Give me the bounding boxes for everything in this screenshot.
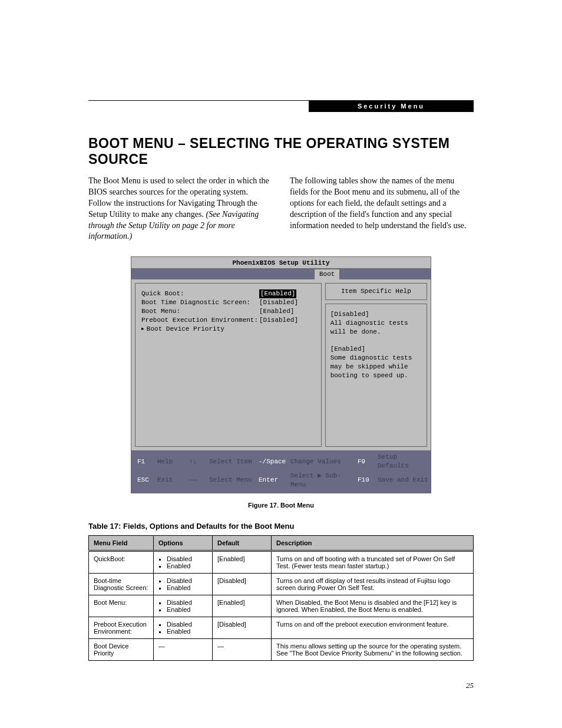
cell-default: [Disabled] <box>213 617 272 638</box>
cell-menu-field: Preboot Execution Environment: <box>89 617 154 638</box>
hotkey-f1: F1 <box>137 457 155 466</box>
th-default: Default <box>213 535 272 551</box>
hotkey-f1-label: Help <box>157 457 187 466</box>
cell-options: DisabledEnabled <box>154 551 213 573</box>
fields-table: Menu Field Options Default Description Q… <box>88 535 474 661</box>
hotkey-minus-label: Change Values <box>290 457 355 466</box>
hotkey-f9-label: Setup Defaults <box>378 453 431 470</box>
option-item: Disabled <box>167 577 207 584</box>
bios-help-enabled-head: [Enabled] <box>330 345 422 354</box>
option-item: Enabled <box>167 606 207 613</box>
th-description: Description <box>272 535 474 551</box>
table-row: Boot Device Priority——This menu allows s… <box>89 638 474 660</box>
bios-screenshot: PhoenixBIOS Setup Utility Boot Quick Boo… <box>131 256 431 493</box>
hotkey-esc: ESC <box>137 476 155 485</box>
page-title: BOOT MENU – SELECTING THE OPERATING SYST… <box>88 136 474 167</box>
hotkey-f10: F10 <box>358 476 375 485</box>
bios-row-value: [Enabled] <box>259 307 294 316</box>
option-item: Disabled <box>167 555 207 562</box>
table-row: QuickBoot:DisabledEnabled[Enabled]Turns … <box>89 551 474 573</box>
cell-menu-field: Boot Menu: <box>89 595 154 617</box>
intro-right: The following tables show the names of t… <box>290 176 474 242</box>
bios-menu-row: Boot <box>131 269 431 279</box>
option-item: Enabled <box>167 584 207 591</box>
table-row: Boot-time Diagnostic Screen:DisabledEnab… <box>89 573 474 595</box>
figure-caption: Figure 17. Boot Menu <box>88 502 474 509</box>
cell-default: [Enabled] <box>213 551 272 573</box>
hotkey-leftright-label: Select Menu <box>209 476 256 485</box>
bios-row-label: Preboot Execution Environment: <box>141 316 259 325</box>
cell-default: [Disabled] <box>213 573 272 595</box>
th-options: Options <box>154 535 213 551</box>
bios-help-title: Item Specific Help <box>325 283 427 300</box>
cell-description: This menu allows setting up the source f… <box>272 638 474 660</box>
option-item: Enabled <box>167 628 207 635</box>
bios-row-label: Quick Boot: <box>141 289 259 298</box>
table-caption: Table 17: Fields, Options and Defaults f… <box>88 522 474 531</box>
cell-description: When Disabled, the Boot Menu is disabled… <box>272 595 474 617</box>
cell-options: DisabledEnabled <box>154 595 213 617</box>
bios-title: PhoenixBIOS Setup Utility <box>131 256 431 269</box>
cell-options: DisabledEnabled <box>154 573 213 595</box>
cell-description: Turns on and off booting with a truncate… <box>272 551 474 573</box>
bios-footer: F1 Help ↑↓ Select Item -/Space Change Va… <box>131 450 431 493</box>
table-row: Boot Menu:DisabledEnabled[Enabled]When D… <box>89 595 474 617</box>
bios-row-value-selected: [Enabled] <box>259 289 296 298</box>
hotkey-minus: -/Space <box>259 457 288 466</box>
bios-row-value: [Disabled] <box>259 316 298 325</box>
cell-default: — <box>213 638 272 660</box>
bios-row-label: Boot Time Diagnostic Screen: <box>141 298 259 307</box>
hotkey-enter: Enter <box>259 476 288 485</box>
cell-menu-field: QuickBoot: <box>89 551 154 573</box>
hotkey-f9: F9 <box>358 457 375 466</box>
intro-left: The Boot Menu is used to select the orde… <box>88 176 272 242</box>
hotkey-f10-label: Save and Exit <box>378 476 431 485</box>
th-menu-field: Menu Field <box>89 535 154 551</box>
cell-default: [Enabled] <box>213 595 272 617</box>
cell-menu-field: Boot-time Diagnostic Screen: <box>89 573 154 595</box>
hotkey-leftright: ←→ <box>189 476 207 485</box>
table-row: Preboot Execution Environment:DisabledEn… <box>89 617 474 638</box>
intro-columns: The Boot Menu is used to select the orde… <box>88 176 474 242</box>
option-item: Disabled <box>167 621 207 628</box>
cell-description: Turns on and off the preboot execution e… <box>272 617 474 638</box>
cell-options: — <box>154 638 213 660</box>
bios-row-value: [Disabled] <box>259 298 298 307</box>
bios-row-label: Boot Menu: <box>141 307 259 316</box>
bios-submenu-label: Boot Device Priority <box>147 325 224 334</box>
bios-tab-boot: Boot <box>314 269 340 279</box>
bios-left-pane: Quick Boot: [Enabled] Boot Time Diagnost… <box>135 283 322 447</box>
bios-help-enabled-text: Some diagnostic tests may be skipped whi… <box>330 354 422 380</box>
bios-help-body: [Disabled] All diagnostic tests will be … <box>325 304 427 447</box>
hotkey-updown: ↑↓ <box>189 457 207 466</box>
option-item: Enabled <box>167 562 207 569</box>
hotkey-enter-label: Select ▶ Sub-Menu <box>290 472 355 489</box>
page-number: 25 <box>88 681 474 690</box>
section-header: Security Menu <box>309 100 474 112</box>
bios-help-disabled-head: [Disabled] <box>330 310 422 319</box>
hotkey-updown-label: Select Item <box>209 457 256 466</box>
option-item: Disabled <box>167 599 207 606</box>
submenu-arrow-icon <box>141 325 147 334</box>
cell-description: Turns on and off display of test results… <box>272 573 474 595</box>
cell-menu-field: Boot Device Priority <box>89 638 154 660</box>
hotkey-esc-label: Exit <box>157 476 187 485</box>
bios-help-disabled-text: All diagnostic tests will be done. <box>330 319 422 337</box>
cell-options: DisabledEnabled <box>154 617 213 638</box>
